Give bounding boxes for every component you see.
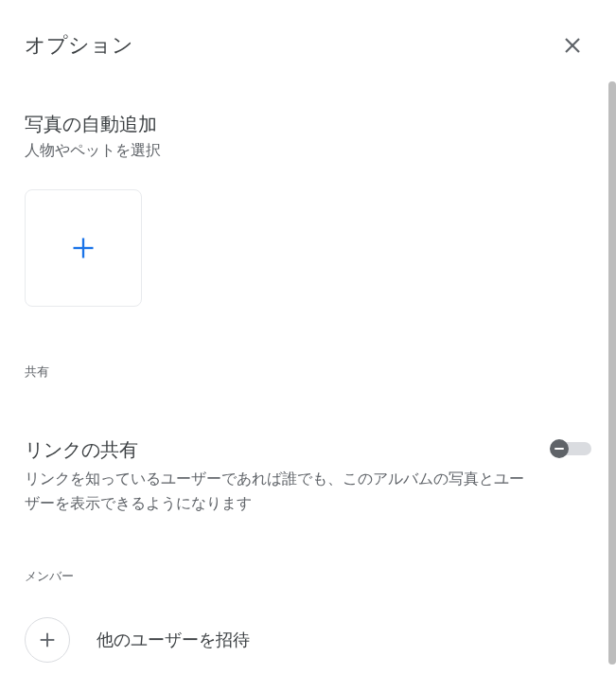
- invite-circle: [25, 617, 70, 663]
- link-share-title: リンクの共有: [25, 437, 531, 463]
- plus-icon: [70, 235, 97, 261]
- members-group-label: メンバー: [25, 568, 591, 585]
- link-share-description: リンクを知っているユーザーであれば誰でも、このアルバムの写真とユーザーを表示でき…: [25, 467, 531, 515]
- options-title: オプション: [25, 31, 133, 60]
- toggle-thumb: [550, 439, 569, 458]
- invite-users-row[interactable]: 他のユーザーを招待: [25, 617, 591, 663]
- close-button[interactable]: [554, 27, 591, 64]
- auto-add-section: 写真の自動追加 人物やペットを選択: [25, 112, 591, 307]
- close-icon: [561, 34, 584, 57]
- plus-icon: [37, 630, 58, 650]
- invite-users-label: 他のユーザーを招待: [97, 629, 250, 651]
- share-group-label: 共有: [25, 364, 591, 381]
- add-person-tile[interactable]: [25, 189, 142, 307]
- options-header: オプション: [0, 0, 616, 64]
- auto-add-heading: 写真の自動追加: [25, 112, 591, 137]
- scrollbar[interactable]: [608, 81, 616, 665]
- auto-add-sub: 人物やペットを選択: [25, 141, 591, 161]
- link-share-text: リンクの共有 リンクを知っているユーザーであれば誰でも、このアルバムの写真とユー…: [25, 437, 550, 515]
- options-content: 写真の自動追加 人物やペットを選択 共有 リンクの共有 リンクを知っているユーザ…: [0, 112, 616, 663]
- link-share-toggle[interactable]: [550, 439, 591, 458]
- link-share-row: リンクの共有 リンクを知っているユーザーであれば誰でも、このアルバムの写真とユー…: [25, 437, 591, 515]
